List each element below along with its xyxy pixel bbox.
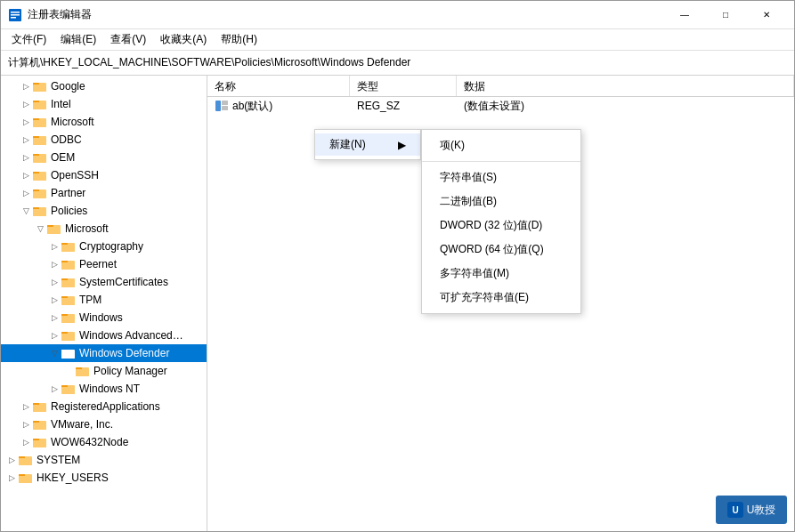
svg-rect-30 <box>47 227 61 234</box>
registry-editor-window: 注册表编辑器 — □ ✕ 文件(F) 编辑(E) 查看(V) 收藏夹(A) 帮助… <box>0 0 795 532</box>
submenu-item-expandstring[interactable]: 可扩充字符串值(E) <box>422 286 580 310</box>
expand-icon: ▷ <box>47 293 61 307</box>
submenu-item-string[interactable]: 字符串值(S) <box>422 165 580 189</box>
tree-label: VMware, Inc. <box>51 418 113 431</box>
tree-item-tpm[interactable]: ▷ TPM <box>1 291 207 309</box>
svg-rect-15 <box>33 138 46 145</box>
submenu-item-qword[interactable]: QWORD (64 位)值(Q) <box>422 238 580 262</box>
expand-icon: ▷ <box>47 239 61 254</box>
address-bar: 计算机\HKEY_LOCAL_MACHINE\SOFTWARE\Policies… <box>1 51 794 76</box>
tree-item-hkey-users[interactable]: ▷ HKEY_USERS <box>1 469 207 487</box>
expand-icon: ▽ <box>19 204 33 218</box>
tree-label: SystemCertificates <box>79 276 168 288</box>
svg-rect-9 <box>33 102 46 109</box>
svg-rect-45 <box>61 316 75 323</box>
submenu-divider <box>422 161 580 162</box>
expand-icon: ▷ <box>19 133 33 147</box>
svg-rect-2 <box>11 14 20 16</box>
svg-rect-66 <box>33 440 46 447</box>
tree-item-systemcerts[interactable]: ▷ SystemCertificates <box>1 273 207 291</box>
submenu-item-dword[interactable]: DWORD (32 位)值(D) <box>422 214 580 238</box>
menu-view[interactable]: 查看(V) <box>103 30 153 49</box>
tree-item-windows-advanced[interactable]: ▷ Windows Advanced… <box>1 326 207 344</box>
tree-item-google[interactable]: ▷ Google <box>1 77 207 95</box>
tree-item-oem[interactable]: ▷ OEM <box>1 149 207 166</box>
tree-item-system[interactable]: ▷ SYSTEM <box>1 451 207 469</box>
tree-label: Partner <box>51 187 85 199</box>
menu-edit[interactable]: 编辑(E) <box>53 30 103 49</box>
window-title: 注册表编辑器 <box>28 7 664 22</box>
svg-rect-36 <box>61 262 75 270</box>
tree-item-windows-defender[interactable]: ▽ Windows Defender <box>1 344 207 362</box>
minimize-button[interactable]: — <box>664 1 705 29</box>
svg-rect-24 <box>33 191 46 198</box>
expand-icon: ▷ <box>4 471 19 485</box>
tree-label: Cryptography <box>79 240 143 253</box>
menu-favorites[interactable]: 收藏夹(A) <box>153 30 214 49</box>
svg-rect-60 <box>33 405 46 412</box>
tree-item-windows-nt[interactable]: ▷ Windows NT <box>1 380 207 398</box>
svg-rect-42 <box>61 298 75 305</box>
tree-panel[interactable]: ▷ Google ▷ Intel ▷ Microsoft ▷ ODBC ▷ <box>1 76 207 531</box>
address-path: 计算机\HKEY_LOCAL_MACHINE\SOFTWARE\Policies… <box>8 55 410 70</box>
tree-label: Windows Advanced… <box>79 329 183 342</box>
tree-item-registered-apps[interactable]: ▷ RegisteredApplications <box>1 398 207 415</box>
submenu-item-binary[interactable]: 二进制值(B) <box>422 189 580 214</box>
tree-item-peernet[interactable]: ▷ Peernet <box>1 255 207 273</box>
expand-icon: ▷ <box>19 417 33 431</box>
svg-rect-6 <box>33 85 46 92</box>
tree-label: ODBC <box>51 133 82 146</box>
title-bar: 注册表编辑器 — □ ✕ <box>1 1 794 29</box>
expand-icon: ▷ <box>47 328 61 343</box>
svg-rect-72 <box>19 476 32 483</box>
main-content: ▷ Google ▷ Intel ▷ Microsoft ▷ ODBC ▷ <box>1 76 794 531</box>
tree-item-pol-microsoft[interactable]: ▽ Microsoft <box>1 220 207 238</box>
tree-item-windows[interactable]: ▷ Windows <box>1 309 207 326</box>
tree-label: RegisteredApplications <box>51 400 160 413</box>
tree-label: Microsoft <box>51 116 94 128</box>
app-icon <box>8 8 22 22</box>
tree-item-cryptography[interactable]: ▷ Cryptography <box>1 238 207 255</box>
chevron-right-icon: ▶ <box>398 139 406 151</box>
tree-item-openssh[interactable]: ▷ OpenSSH <box>1 166 207 184</box>
tree-label: Windows <box>79 311 123 324</box>
tree-label: Policies <box>51 205 87 217</box>
expand-icon: ▷ <box>19 168 33 182</box>
right-panel: 名称 类型 数据 ab(默认) REG_SZ (数值未设置) <box>207 76 794 531</box>
menu-file[interactable]: 文件(F) <box>4 30 53 49</box>
tree-item-odbc[interactable]: ▷ ODBC <box>1 131 207 149</box>
expand-icon: ▷ <box>19 435 33 449</box>
tree-item-policies[interactable]: ▽ Policies <box>1 202 207 220</box>
new-submenu-trigger: 新建(N) ▶ <box>314 129 421 160</box>
expand-icon: ▷ <box>19 150 33 165</box>
maximize-button[interactable]: □ <box>705 1 746 29</box>
expand-icon: ▷ <box>19 186 33 200</box>
context-menu-overlay: 新建(N) ▶ 项(K) 字符串值(S) 二进制值(B) DWORD (32 位… <box>207 76 794 531</box>
window-controls: — □ ✕ <box>664 1 787 29</box>
new-menu-item[interactable]: 新建(N) ▶ <box>315 133 420 156</box>
tree-item-partner[interactable]: ▷ Partner <box>1 184 207 202</box>
svg-rect-33 <box>61 245 75 252</box>
expand-icon: ▽ <box>47 346 61 360</box>
tree-item-policy-manager[interactable]: ▷ Policy Manager <box>1 362 207 380</box>
expand-icon: ▷ <box>19 115 33 129</box>
svg-rect-1 <box>11 12 20 13</box>
svg-rect-39 <box>61 280 75 287</box>
menu-help[interactable]: 帮助(H) <box>214 30 264 49</box>
tree-item-wow6432[interactable]: ▷ WOW6432Node <box>1 433 207 451</box>
svg-rect-63 <box>33 423 46 430</box>
tree-item-intel[interactable]: ▷ Intel <box>1 95 207 113</box>
svg-rect-18 <box>33 156 46 163</box>
expand-icon: ▷ <box>47 257 61 271</box>
tree-label: WOW6432Node <box>51 436 128 448</box>
submenu-item-key[interactable]: 项(K) <box>422 133 580 157</box>
svg-rect-54 <box>76 369 89 376</box>
tree-item-vmware[interactable]: ▷ VMware, Inc. <box>1 415 207 433</box>
close-button[interactable]: ✕ <box>746 1 787 29</box>
svg-rect-57 <box>61 387 75 394</box>
submenu-item-multistring[interactable]: 多字符串值(M) <box>422 262 580 286</box>
tree-label: Policy Manager <box>93 365 167 377</box>
tree-label: Microsoft <box>65 222 109 235</box>
expand-icon: ▷ <box>19 79 33 93</box>
tree-item-microsoft[interactable]: ▷ Microsoft <box>1 113 207 131</box>
